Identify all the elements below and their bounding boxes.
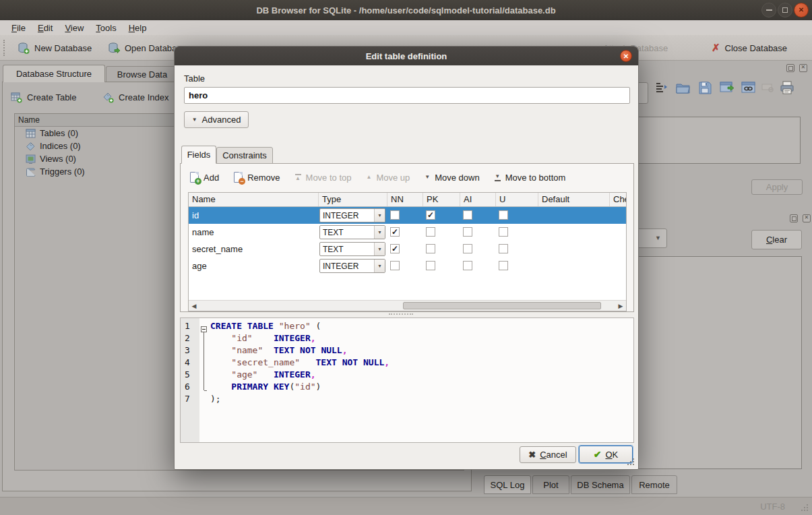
column-header-ai[interactable]: AI	[460, 193, 496, 206]
pk-checkbox[interactable]	[426, 244, 435, 253]
ai-checkbox[interactable]	[463, 227, 472, 237]
field-row[interactable]: nameTEXT▾✓	[189, 224, 626, 241]
new-database-button[interactable]: New Database	[18, 40, 92, 56]
clear-button[interactable]: Clear	[751, 230, 802, 249]
window-close-button[interactable]: ✕	[794, 3, 809, 18]
pk-checkbox[interactable]	[426, 227, 435, 237]
field-row[interactable]: ageINTEGER▾	[189, 258, 626, 274]
add-field-button[interactable]: + Add	[190, 172, 219, 183]
execute-sql-icon[interactable]	[655, 81, 668, 97]
menu-edit[interactable]: Edit	[32, 22, 59, 34]
type-combo[interactable]: TEXT▾	[319, 225, 385, 239]
menu-help[interactable]: Help	[123, 22, 153, 34]
create-index-button[interactable]: Create Index	[102, 89, 168, 105]
scroll-left-icon[interactable]: ◀	[189, 301, 199, 311]
tab-plot[interactable]: Plot	[532, 475, 569, 494]
dock-close-icon[interactable]	[803, 214, 811, 222]
move-to-bottom-button[interactable]: ▼ Move to bottom	[495, 173, 566, 183]
field-row[interactable]: idINTEGER▾✓	[189, 207, 626, 224]
move-to-top-icon: ▲	[295, 174, 301, 181]
u-checkbox[interactable]	[499, 210, 508, 220]
dock-close-icon[interactable]	[799, 64, 807, 72]
column-header-pk[interactable]: PK	[423, 193, 460, 206]
column-header-nn[interactable]: NN	[387, 193, 423, 206]
maximize-button[interactable]	[778, 3, 792, 18]
horizontal-scrollbar[interactable]: ◀ ▶	[189, 300, 626, 311]
remove-field-button[interactable]: − Remove	[234, 172, 280, 183]
field-row[interactable]: secret_nameTEXT▾✓	[189, 241, 626, 258]
combo-dropdown-icon[interactable]: ▾	[374, 260, 385, 272]
combo-dropdown-icon[interactable]: ▾	[374, 226, 385, 239]
triggers-icon	[26, 167, 36, 177]
print-icon[interactable]	[780, 81, 794, 97]
field-nn-cell: ✓	[387, 224, 423, 241]
type-combo[interactable]: INTEGER▾	[319, 208, 385, 222]
window-resize-grip[interactable]	[801, 504, 808, 511]
menu-view[interactable]: View	[59, 22, 90, 34]
column-header-default[interactable]: Default	[538, 193, 610, 206]
ai-checkbox[interactable]	[463, 244, 472, 253]
type-combo[interactable]: TEXT▾	[319, 242, 385, 256]
fold-collapse-icon[interactable]	[201, 326, 207, 332]
column-header-u[interactable]: U	[496, 193, 538, 206]
u-checkbox[interactable]	[499, 261, 508, 270]
nn-checkbox[interactable]	[390, 261, 400, 270]
combo-dropdown-icon[interactable]: ▾	[374, 209, 385, 222]
tab-constraints[interactable]: Constraints	[216, 147, 273, 164]
cancel-button[interactable]: ✖ Cancel	[520, 446, 576, 463]
column-header-name[interactable]: Name	[189, 193, 319, 206]
move-up-button[interactable]: ▲ Move up	[367, 173, 410, 183]
dock-float-icon[interactable]	[786, 64, 794, 72]
nn-checkbox[interactable]: ✓	[390, 244, 400, 253]
type-combo[interactable]: INTEGER▾	[319, 259, 385, 273]
tab-sql-log[interactable]: SQL Log	[484, 475, 531, 494]
open-sql-file-icon[interactable]	[676, 81, 691, 97]
scrollbar-thumb[interactable]	[403, 302, 601, 309]
tab-database-structure[interactable]: Database Structure	[3, 65, 105, 82]
tab-browse-data[interactable]: Browse Data	[106, 66, 179, 82]
table-name-input[interactable]	[184, 87, 630, 104]
close-database-button[interactable]: ✗ Close Database	[712, 40, 787, 56]
combo-dropdown-icon[interactable]: ▾	[374, 243, 385, 255]
toolbar-drag-handle[interactable]	[3, 40, 6, 56]
move-down-button[interactable]: ▼ Move down	[425, 173, 479, 183]
save-sql-file-icon[interactable]	[698, 81, 712, 97]
dialog-close-button[interactable]: ✕	[620, 50, 632, 62]
dialog-resize-grip[interactable]	[627, 458, 634, 465]
create-table-button[interactable]: Create Table	[11, 89, 76, 105]
field-pk-cell: ✓	[423, 207, 460, 224]
pk-checkbox[interactable]: ✓	[426, 210, 435, 220]
link-window-icon[interactable]	[741, 81, 756, 97]
window-title: DB Browser for SQLite - /home/user/code/…	[256, 5, 555, 16]
apply-button[interactable]: Apply	[751, 179, 803, 195]
field-type-cell: INTEGER▾	[319, 258, 387, 274]
u-checkbox[interactable]	[499, 227, 508, 237]
move-to-top-button[interactable]: ▲ Move to top	[295, 173, 352, 183]
ai-checkbox[interactable]	[463, 210, 472, 220]
minimize-button[interactable]	[761, 3, 776, 18]
sql-preview-editor[interactable]: 1CREATE TABLE "hero" (2 "id" INTEGER,3 "…	[180, 317, 634, 443]
fields-table-header: NameTypeNNPKAIUDefaultCheck	[189, 193, 626, 207]
tab-remote[interactable]: Remote	[631, 475, 677, 494]
tab-db-schema[interactable]: DB Schema	[571, 475, 630, 494]
scroll-right-icon[interactable]: ▶	[615, 301, 626, 311]
nn-checkbox[interactable]: ✓	[390, 227, 400, 237]
execute-window-icon[interactable]	[720, 81, 735, 97]
sql-line: 1CREATE TABLE "hero" (	[181, 321, 633, 333]
ok-button[interactable]: ✔ OK	[579, 446, 633, 463]
tab-fields[interactable]: Fields	[181, 146, 216, 164]
dock-float-icon[interactable]	[790, 214, 798, 222]
column-header-check[interactable]: Check	[610, 193, 627, 206]
fold-margin	[199, 394, 210, 406]
ai-checkbox[interactable]	[463, 261, 472, 270]
u-checkbox[interactable]	[499, 244, 508, 253]
advanced-button[interactable]: ▼ Advanced	[184, 111, 249, 128]
menu-tools[interactable]: Tools	[90, 22, 122, 34]
nn-checkbox[interactable]	[390, 210, 400, 220]
column-header-type[interactable]: Type	[319, 193, 387, 206]
field-ai-cell	[460, 258, 496, 274]
splitter-handle[interactable]	[389, 313, 413, 315]
menu-file[interactable]: File	[5, 22, 32, 34]
pk-checkbox[interactable]	[426, 261, 435, 270]
indices-icon	[26, 142, 36, 151]
